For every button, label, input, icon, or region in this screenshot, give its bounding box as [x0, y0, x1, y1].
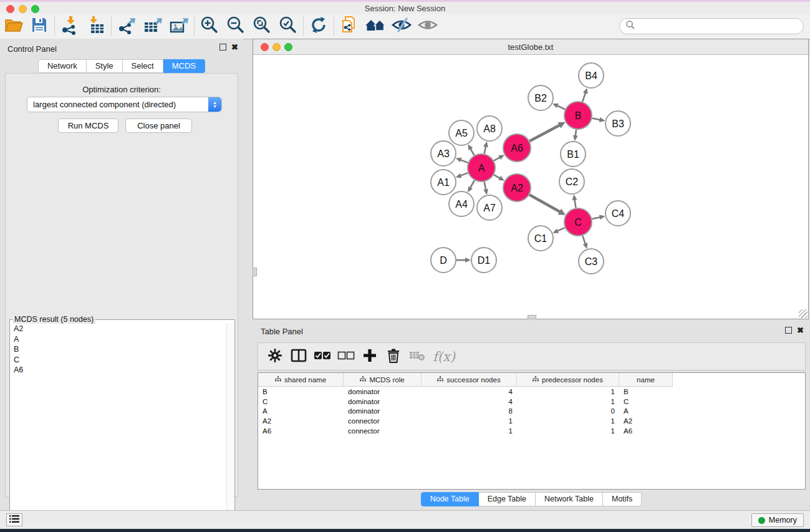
search-field[interactable]: [619, 18, 804, 34]
export-image-button[interactable]: [166, 16, 192, 37]
network-vscroll-nub[interactable]: [253, 268, 257, 276]
zoom-selected-button[interactable]: [275, 16, 301, 37]
edge-A-A7[interactable]: [485, 182, 486, 191]
deselect-all-button[interactable]: [334, 346, 358, 367]
node-C1[interactable]: C1: [528, 226, 553, 251]
node-C3[interactable]: C3: [579, 249, 604, 274]
table-cell[interactable]: dominator: [344, 388, 422, 395]
column-header-successor-nodes[interactable]: successor nodes: [422, 373, 517, 387]
table-row[interactable]: Cdominator41C: [258, 397, 673, 407]
mcds-result-item[interactable]: C: [11, 355, 226, 365]
add-column-button[interactable]: [358, 346, 382, 367]
edge-A-A1[interactable]: [460, 173, 468, 176]
edge-C-C3[interactable]: [582, 236, 586, 245]
table-cell[interactable]: A2: [258, 417, 344, 425]
clone-network-button[interactable]: [336, 16, 362, 37]
function-builder-button[interactable]: f(x): [433, 349, 455, 364]
node-A6[interactable]: A6: [503, 134, 531, 162]
node-A[interactable]: A: [468, 154, 495, 181]
edge-A2-C[interactable]: [529, 195, 561, 212]
table-tab-motifs[interactable]: Motifs: [603, 492, 642, 506]
delete-column-button[interactable]: [382, 346, 405, 367]
show-all-button[interactable]: [415, 16, 441, 37]
table-cell[interactable]: A: [258, 407, 344, 415]
run-mcds-button[interactable]: Run MCDS: [58, 118, 118, 133]
table-cell[interactable]: A6: [619, 427, 673, 435]
table-cell[interactable]: 1: [517, 427, 619, 435]
close-panel-button[interactable]: Close panel: [125, 118, 192, 133]
table-cell[interactable]: dominator: [344, 398, 422, 405]
import-network-button[interactable]: [57, 16, 83, 37]
tab-mcds[interactable]: MCDS: [163, 59, 205, 73]
export-network-button[interactable]: [113, 16, 140, 37]
mcds-result-item[interactable]: A2: [11, 324, 226, 334]
table-tab-edge-table[interactable]: Edge Table: [479, 492, 536, 506]
network-graph[interactable]: B4B2BB3A8A5A6A3B1AC2A1A2A4A7C4CC1C3DD1: [253, 55, 808, 319]
node-table[interactable]: shared nameMCDS rolesuccessor nodesprede…: [258, 372, 806, 490]
network-window-titlebar[interactable]: testGlobe.txt: [253, 39, 808, 55]
select-all-button[interactable]: [311, 346, 334, 367]
table-cell[interactable]: C: [619, 398, 673, 405]
task-history-button[interactable]: [6, 513, 22, 526]
table-cell[interactable]: A2: [619, 417, 673, 425]
show-columns-button[interactable]: [287, 346, 311, 367]
network-hscroll-nub[interactable]: [528, 315, 536, 319]
tab-select[interactable]: Select: [123, 59, 163, 73]
tab-style[interactable]: Style: [87, 59, 123, 73]
save-session-button[interactable]: [26, 16, 52, 37]
edge-C-C2[interactable]: [574, 199, 576, 208]
table-cell[interactable]: A: [619, 407, 673, 415]
memory-button[interactable]: Memory: [751, 513, 804, 527]
zoom-out-button[interactable]: [223, 16, 249, 37]
table-tab-node-table[interactable]: Node Table: [421, 492, 479, 506]
table-cell[interactable]: dominator: [344, 407, 422, 415]
table-row[interactable]: Bdominator41B: [258, 387, 673, 397]
node-D[interactable]: D: [431, 248, 456, 273]
refresh-layout-button[interactable]: [306, 16, 332, 37]
edge-A6-B[interactable]: [529, 125, 560, 141]
table-cell[interactable]: 0: [517, 407, 619, 415]
node-B1[interactable]: B1: [561, 142, 586, 167]
table-cell[interactable]: 1: [517, 398, 619, 405]
mcds-result-item[interactable]: A: [11, 334, 226, 345]
column-header-name[interactable]: name: [619, 373, 673, 387]
table-row[interactable]: Adominator80A: [258, 407, 673, 417]
edge-B-B4[interactable]: [582, 92, 586, 102]
table-cell[interactable]: 1: [422, 417, 517, 425]
mcds-result-list[interactable]: A2ABCA6: [11, 324, 226, 529]
table-tab-network-table[interactable]: Network Table: [536, 492, 603, 506]
table-cell[interactable]: 1: [422, 427, 517, 435]
table-row[interactable]: A6connector11A6: [258, 426, 673, 436]
table-cell[interactable]: B: [258, 388, 344, 395]
column-header-shared-name[interactable]: shared name: [258, 373, 344, 387]
network-canvas[interactable]: B4B2BB3A8A5A6A3B1AC2A1A2A4A7C4CC1C3DD1: [253, 55, 808, 319]
edge-C-C4[interactable]: [592, 217, 600, 219]
table-cell[interactable]: 8: [422, 407, 517, 415]
node-B4[interactable]: B4: [579, 63, 604, 88]
table-cell[interactable]: connector: [344, 417, 422, 425]
node-A7[interactable]: A7: [477, 195, 502, 220]
tab-network[interactable]: Network: [38, 59, 87, 73]
table-cell[interactable]: 4: [422, 388, 517, 395]
node-B2[interactable]: B2: [528, 85, 553, 110]
node-C[interactable]: C: [564, 208, 592, 236]
node-A8[interactable]: A8: [477, 116, 502, 141]
table-row[interactable]: A2connector11A2: [258, 416, 673, 426]
node-A5[interactable]: A5: [449, 120, 474, 145]
float-panel-icon[interactable]: [785, 327, 792, 334]
open-file-button[interactable]: [0, 16, 26, 37]
edge-B-B3[interactable]: [592, 118, 601, 120]
mcds-result-item[interactable]: A6: [11, 365, 226, 375]
first-neighbors-button[interactable]: [362, 16, 388, 37]
close-panel-icon[interactable]: ✖: [231, 44, 238, 51]
node-A1[interactable]: A1: [431, 170, 456, 195]
table-cell[interactable]: 1: [517, 417, 619, 425]
mcds-result-item[interactable]: B: [11, 344, 226, 355]
close-panel-icon[interactable]: ✖: [797, 327, 804, 334]
table-cell[interactable]: 4: [422, 398, 517, 405]
window-resize-grip[interactable]: [799, 309, 808, 318]
node-B[interactable]: B: [564, 102, 592, 129]
float-panel-icon[interactable]: [219, 44, 226, 51]
table-settings-button[interactable]: [263, 346, 287, 367]
node-A3[interactable]: A3: [431, 141, 456, 166]
